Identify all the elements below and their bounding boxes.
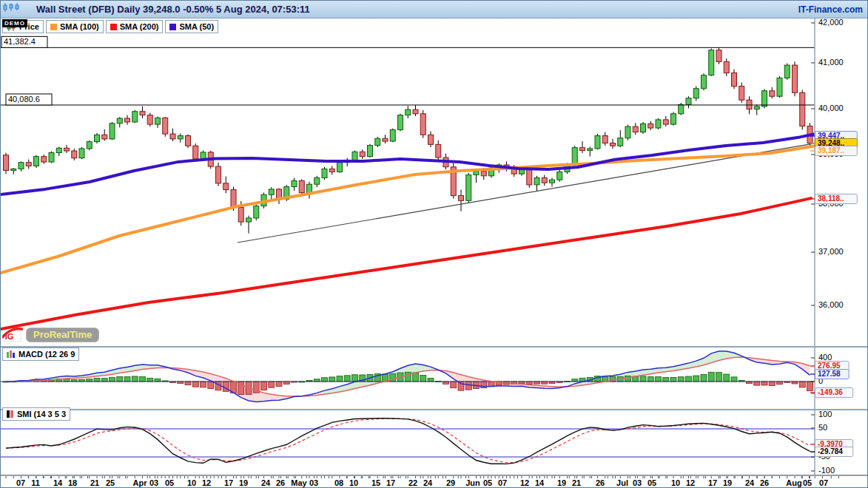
candle-body — [595, 136, 600, 149]
macd-histogram-bar — [754, 382, 760, 385]
date-label: 07 — [819, 478, 828, 487]
date-label: Apr — [133, 478, 148, 487]
brand-link[interactable]: IT-Finance.com — [798, 4, 863, 15]
candle-body — [132, 112, 138, 122]
axis-value-text: 39,187.. — [818, 146, 844, 155]
date-label: 24 — [423, 478, 433, 487]
date-label: 15 — [371, 478, 380, 487]
candle-body — [360, 152, 365, 156]
axis-label: 42,000 — [818, 18, 844, 27]
level-label: 40,080.6 — [8, 95, 40, 104]
legend-sma100-chip[interactable]: SMA (100) — [46, 20, 104, 33]
macd-histogram-bar — [647, 377, 653, 382]
date-axis[interactable] — [1, 475, 868, 488]
date-label: 08 — [334, 478, 343, 487]
macd-histogram-bar — [670, 377, 676, 382]
macd-histogram-bar — [731, 377, 737, 382]
macd-histogram-bar — [208, 382, 214, 388]
trading-chart-window: 41,382.440,080.642,00041,00040,00039,000… — [0, 0, 868, 488]
candle-body — [686, 98, 691, 105]
axis-value-text: -29.784 — [818, 447, 843, 455]
axis-label: 40,000 — [818, 104, 844, 112]
date-label: 29 — [446, 478, 455, 487]
candle-body — [527, 169, 532, 185]
date-label: 05 — [647, 478, 656, 487]
macd-histogram-bar — [420, 376, 426, 382]
mini-candles-icon — [2, 3, 21, 12]
candle-body — [709, 50, 714, 75]
candle-body — [732, 73, 737, 87]
ig-logo: IG — [2, 328, 23, 342]
macd-icon — [7, 350, 16, 358]
macd-histogram-bar — [807, 382, 813, 391]
candle-body — [739, 87, 744, 101]
axis-value-text: 276.95 — [818, 362, 841, 370]
chart-title: Wall Street (DFB) Daily 39,248.0 -0.50% … — [36, 4, 310, 15]
date-label: 26 — [596, 478, 605, 487]
macd-histogram-bar — [678, 377, 684, 382]
macd-legend-chip[interactable]: MACD (12 26 9 — [2, 348, 79, 361]
axis-label: 50 — [818, 423, 827, 432]
macd-histogram-bar — [155, 379, 161, 382]
candle-body — [671, 114, 676, 124]
date-label: 10 — [671, 478, 680, 487]
candle-body — [777, 78, 782, 96]
legend-sma50-label: SMA (50) — [179, 22, 214, 31]
date-label: 24 — [261, 478, 271, 487]
macd-histogram-bar — [761, 382, 767, 385]
macd-histogram-bar — [322, 378, 328, 382]
date-label: 03 — [309, 478, 318, 487]
macd-histogram-bar — [708, 372, 714, 382]
candle-body — [231, 190, 236, 208]
legend-sma50-chip[interactable]: SMA (50) — [165, 20, 218, 33]
candle-body — [436, 144, 441, 157]
macd-histogram-bar — [769, 382, 775, 386]
candle-body — [186, 136, 191, 146]
date-label: 05 — [803, 478, 812, 487]
candle-body — [125, 118, 130, 122]
svg-text:IG: IG — [5, 332, 14, 341]
date-label: 19 — [239, 478, 248, 487]
date-label: Jun — [465, 478, 480, 487]
macd-histogram-bar — [693, 376, 699, 382]
smi-legend-chip[interactable]: SMI (14 3 5 3 — [2, 407, 70, 421]
macd-histogram-bar — [124, 377, 130, 382]
candle-body — [459, 196, 464, 201]
candle-body — [693, 89, 699, 98]
date-label: 12 — [686, 478, 695, 487]
candle-body — [238, 208, 243, 223]
macd-histogram-bar — [724, 374, 730, 382]
date-label: 11 — [31, 478, 40, 487]
macd-histogram-bar — [413, 373, 419, 382]
date-label: 10 — [349, 478, 358, 487]
candle-body — [95, 135, 100, 141]
candle-body — [72, 151, 77, 158]
macd-histogram-bar — [799, 382, 805, 387]
macd-smi-separator — [1, 409, 868, 410]
chart-canvas[interactable]: 41,382.440,080.642,00041,00040,00039,000… — [1, 1, 868, 488]
macd-histogram-bar — [87, 379, 92, 382]
candle-body — [724, 61, 729, 72]
candle-body — [375, 138, 380, 145]
candle-body — [49, 153, 54, 163]
candle-body — [254, 206, 259, 218]
date-label: 21 — [572, 478, 581, 487]
macd-histogram-bar — [147, 378, 153, 382]
candle-body — [117, 118, 122, 123]
level-label: 41,382.4 — [4, 37, 36, 46]
date-label: 22 — [408, 478, 417, 487]
legend-sma200-chip[interactable]: SMA (200) — [106, 20, 164, 33]
macd-histogram-bar — [352, 375, 358, 382]
candle-body — [314, 177, 320, 184]
macd-histogram-bar — [269, 382, 275, 387]
candle-body — [269, 189, 274, 194]
date-label: Jul — [616, 478, 628, 487]
date-label: 17 — [708, 478, 717, 487]
prorealtime-watermark: ProRealTime — [26, 328, 99, 342]
macd-histogram-bar — [117, 376, 123, 382]
macd-histogram-bar — [405, 372, 411, 382]
date-label: 03 — [633, 478, 642, 487]
macd-histogram-bar — [451, 382, 457, 388]
price-macd-separator — [1, 346, 868, 348]
candle-body — [322, 169, 327, 177]
